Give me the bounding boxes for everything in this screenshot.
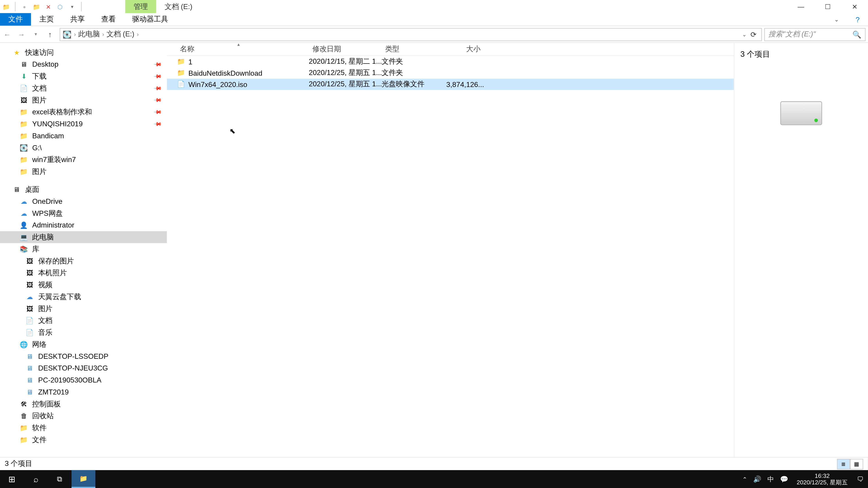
network-pc-icon [25, 375, 35, 385]
tray-overflow-icon[interactable] [742, 476, 747, 483]
search-input[interactable]: 搜索"文档 (E:)" 🔍 [764, 28, 866, 41]
file-rows[interactable]: 12020/12/15, 星期二 1...文件夹BaiduNetdiskDown… [167, 56, 734, 457]
nav-network-pc[interactable]: DESKTOP-LSSOEDP [0, 350, 167, 362]
system-tray [739, 475, 792, 484]
nav-lib-item[interactable]: 图片 [0, 303, 167, 315]
nav-lib-item[interactable]: 保存的图片 [0, 255, 167, 267]
qat-rename-icon[interactable]: ⬡ [55, 2, 65, 11]
nav-recent-dropdown[interactable]: ▾ [29, 27, 43, 41]
column-header-date[interactable]: 修改日期 [309, 44, 381, 54]
library-icon [19, 244, 29, 254]
file-row[interactable]: Win7x64_2020.iso2020/12/25, 星期五 1...光盘映像… [167, 78, 734, 90]
navigation-pane[interactable]: 快速访问 Desktop 下载 文档 图片 excel表格制作求和 YUNQIS… [0, 43, 167, 457]
start-button[interactable] [0, 470, 24, 488]
ime-icon[interactable] [767, 475, 774, 484]
chevron-right-icon[interactable]: › [102, 31, 104, 37]
refresh-icon[interactable]: ⟳ [750, 30, 756, 38]
nav-lib-item[interactable]: 本机照片 [0, 267, 167, 279]
nav-lib-item[interactable]: 文档 [0, 315, 167, 326]
view-icons-button[interactable]: ▦ [850, 458, 863, 469]
help-icon[interactable]: ? [847, 13, 868, 26]
nav-lib-item[interactable]: 视频 [0, 279, 167, 291]
nav-network-pc[interactable]: DESKTOP-NJEU3CG [0, 362, 167, 374]
nav-onedrive[interactable]: OneDrive [0, 195, 167, 207]
nav-recent-folder[interactable]: Bandicam [0, 130, 167, 142]
qat-newfolder-icon[interactable]: 📁 [32, 2, 41, 11]
ribbon-tab-file[interactable]: 文件 [0, 13, 31, 26]
address-dropdown-icon[interactable]: ⌄ [742, 31, 747, 37]
nav-control-panel[interactable]: 控制面板 [0, 398, 167, 410]
column-header-size[interactable]: 大小 [442, 44, 484, 54]
qat-dropdown-icon[interactable]: ▾ [67, 2, 77, 11]
user-icon [19, 221, 29, 230]
notification-badge-icon[interactable]: 🗨 [852, 470, 868, 488]
maximize-button[interactable]: ☐ [814, 0, 841, 13]
status-item-count: 3 个项目 [5, 459, 32, 469]
nav-desktop-root[interactable]: 桌面 [0, 184, 167, 195]
qat-delete-icon[interactable]: ✕ [43, 2, 53, 11]
nav-up-button[interactable]: ↑ [43, 27, 57, 41]
task-view-button[interactable] [48, 470, 71, 488]
minimize-button[interactable]: — [787, 0, 814, 13]
file-row[interactable]: 12020/12/15, 星期二 1...文件夹 [167, 56, 734, 67]
nav-wps[interactable]: WPS网盘 [0, 207, 167, 219]
breadcrumb-drive-e[interactable]: 文档 (E:) [106, 29, 134, 39]
taskbar-search-button[interactable] [24, 470, 48, 488]
chevron-right-icon[interactable]: › [137, 31, 139, 37]
view-details-button[interactable]: ≣ [837, 458, 850, 469]
details-pane: 3 个项目 [734, 43, 868, 457]
folder-icon [177, 68, 186, 78]
qat-properties-icon[interactable]: ▫ [20, 2, 29, 11]
download-icon [19, 71, 29, 81]
main-area: 快速访问 Desktop 下载 文档 图片 excel表格制作求和 YUNQIS… [0, 43, 868, 457]
file-row[interactable]: BaiduNetdiskDownload2020/12/25, 星期五 1...… [167, 67, 734, 78]
ribbon-tab-home[interactable]: 主页 [31, 13, 62, 26]
nav-back-button[interactable]: ← [0, 27, 14, 41]
volume-icon[interactable] [753, 475, 762, 483]
nav-pinned-folder[interactable]: YUNQISHI2019 [0, 118, 167, 130]
nav-administrator[interactable]: Administrator [0, 219, 167, 231]
column-header-type[interactable]: 类型 [381, 44, 442, 54]
action-center-icon[interactable] [780, 475, 788, 483]
ribbon-tab-share[interactable]: 共享 [62, 13, 93, 26]
nav-this-pc[interactable]: 此电脑 [0, 231, 167, 243]
ribbon-tab-view[interactable]: 查看 [93, 13, 124, 26]
drive-preview-icon [780, 101, 822, 125]
nav-lib-item[interactable]: 天翼云盘下载 [0, 291, 167, 303]
column-header-name[interactable]: 名称 [177, 44, 309, 54]
nav-lib-item[interactable]: 音乐 [0, 326, 167, 338]
address-bar[interactable]: › 此电脑 › 文档 (E:) › ⌄ ⟳ [60, 28, 762, 41]
nav-network-pc[interactable]: PC-20190530OBLA [0, 374, 167, 386]
nav-pinned-documents[interactable]: 文档 [0, 82, 167, 94]
contextual-tab-manage[interactable]: 管理 [125, 0, 156, 13]
network-icon [19, 339, 29, 349]
nav-quick-access[interactable]: 快速访问 [0, 46, 167, 59]
ribbon-collapse-icon[interactable]: ⌄ [826, 13, 847, 26]
clock-time: 16:32 [797, 473, 848, 479]
nav-recycle-bin[interactable]: 回收站 [0, 410, 167, 422]
taskbar-clock[interactable]: 16:32 2020/12/25, 星期五 [792, 473, 852, 486]
nav-pinned-downloads[interactable]: 下载 [0, 70, 167, 82]
file-icon [177, 79, 186, 89]
file-name: 1 [188, 57, 309, 66]
nav-recent-folder[interactable]: win7重装win7 [0, 154, 167, 166]
nav-forward-button[interactable]: → [14, 27, 29, 41]
nav-recent-folder[interactable]: 图片 [0, 166, 167, 177]
nav-libraries[interactable]: 库 [0, 243, 167, 255]
nav-recent-drive[interactable]: G:\ [0, 142, 167, 154]
nav-pinned-pictures[interactable]: 图片 [0, 94, 167, 106]
search-icon[interactable]: 🔍 [852, 30, 862, 38]
close-button[interactable]: ✕ [841, 0, 868, 13]
ribbon-tab-drivetools[interactable]: 驱动器工具 [124, 13, 177, 26]
nav-network-pc[interactable]: ZMT2019 [0, 386, 167, 398]
breadcrumb-this-pc[interactable]: 此电脑 [78, 29, 100, 39]
video-icon [25, 280, 35, 290]
nav-network[interactable]: 网络 [0, 338, 167, 350]
nav-folder[interactable]: 文件 [0, 434, 167, 446]
explorer-app-icon: 📁 [1, 2, 11, 11]
taskbar-explorer-button[interactable] [71, 470, 95, 488]
chevron-right-icon[interactable]: › [74, 31, 76, 37]
nav-pinned-folder[interactable]: excel表格制作求和 [0, 106, 167, 118]
nav-pinned-desktop[interactable]: Desktop [0, 58, 167, 70]
nav-folder[interactable]: 软件 [0, 422, 167, 434]
